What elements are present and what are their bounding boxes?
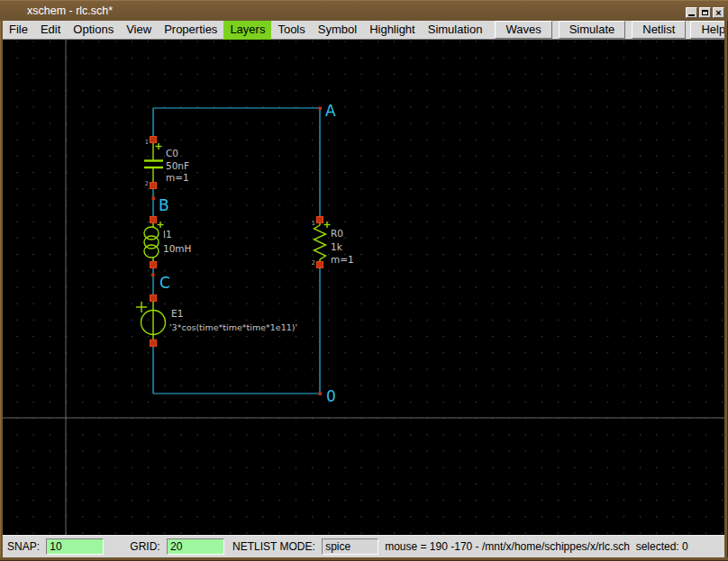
netlist-mode-input[interactable] — [322, 538, 378, 555]
menu-action-buttons: Waves Simulate Netlist Help — [488, 21, 728, 40]
node-label-a[interactable]: A — [325, 102, 336, 120]
window-controls: × — [686, 7, 724, 18]
netlist-button[interactable]: Netlist — [632, 21, 686, 39]
component-mult: m=1 — [166, 172, 189, 183]
menu-simulation[interactable]: Simulation — [422, 21, 489, 40]
component-ref: R0 — [331, 228, 343, 239]
menu-file[interactable]: File — [3, 21, 34, 40]
menu-highlight[interactable]: Highlight — [363, 21, 422, 40]
mouse-status-text: mouse = 190 -170 - /mnt/x/home/schippes/… — [385, 540, 688, 553]
node-label-0[interactable]: 0 — [326, 387, 336, 405]
menu-properties[interactable]: Properties — [158, 21, 223, 40]
node-label-b[interactable]: B — [159, 196, 169, 214]
close-icon: × — [715, 8, 721, 17]
maximize-icon — [702, 10, 708, 15]
component-ref: l1 — [163, 229, 172, 240]
snap-label: SNAP: — [7, 540, 42, 553]
menu-layers[interactable]: Layers — [223, 21, 271, 40]
waves-button[interactable]: Waves — [495, 21, 551, 39]
component-value: '3*cos(time*time*time*1e11)' — [169, 322, 297, 332]
netlist-mode-label: NETLIST MODE: — [232, 540, 318, 553]
component-value: 50nF — [166, 160, 189, 171]
maximize-button[interactable] — [699, 7, 711, 18]
menu-tools[interactable]: Tools — [271, 21, 311, 40]
menu-options[interactable]: Options — [67, 21, 120, 40]
grid-label: GRID: — [130, 540, 163, 553]
pin-number: 1 — [312, 220, 315, 227]
component-ref: C0 — [166, 148, 178, 158]
grid-dots — [3, 40, 724, 535]
simulate-button[interactable]: Simulate — [559, 21, 626, 39]
title-bar[interactable]: xschem - rlc.sch* × — [0, 0, 728, 21]
window-border-bottom — [0, 557, 728, 561]
help-button[interactable]: Help — [690, 21, 728, 39]
minimize-icon — [688, 14, 695, 16]
menu-bar: File Edit Options View Properties Layers… — [3, 21, 724, 40]
component-value: 1k — [331, 241, 343, 252]
menu-symbol[interactable]: Symbol — [312, 21, 363, 40]
status-bar: SNAP: GRID: NETLIST MODE: mouse = 190 -1… — [3, 535, 724, 557]
pin-number: 1 — [145, 139, 149, 146]
schematic-drawing: 1 2 C0 50nF m=1 l1 10mH E1 '3*cos(time*t… — [3, 40, 724, 535]
grid-input[interactable] — [167, 538, 224, 555]
menu-edit[interactable]: Edit — [34, 21, 67, 40]
schematic-canvas[interactable]: 1 2 C0 50nF m=1 l1 10mH E1 '3*cos(time*t… — [3, 40, 724, 535]
window-border-right — [724, 21, 728, 561]
menu-view[interactable]: View — [120, 21, 158, 40]
node-label-c[interactable]: C — [159, 274, 170, 292]
window-border-left — [0, 21, 3, 561]
snap-input[interactable] — [46, 538, 104, 555]
component-value: 10mH — [163, 243, 192, 254]
pin-number: 2 — [145, 180, 149, 187]
component-mult: m=1 — [331, 254, 354, 265]
component-ref: E1 — [171, 308, 183, 319]
window-title: xschem - rlc.sch* — [27, 1, 113, 21]
minimize-button[interactable] — [686, 7, 697, 18]
pin-number: 2 — [312, 259, 315, 267]
close-button[interactable]: × — [713, 7, 724, 18]
